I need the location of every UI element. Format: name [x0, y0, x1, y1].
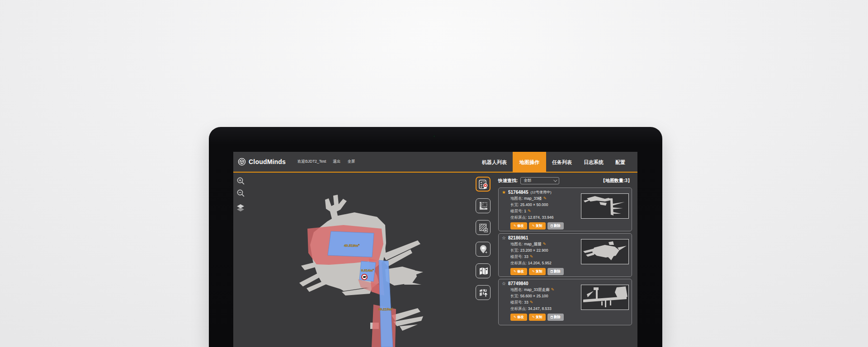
area-label-2: 8.614m² [361, 268, 374, 272]
map-card[interactable]: ☆87749840地图名: map_33层走廊✎长宽: 56.600 × 25.… [498, 279, 632, 325]
edit-button[interactable]: ✎修改 [510, 268, 527, 275]
delete-button[interactable]: 删除 [547, 314, 564, 321]
pencil-icon: ✎ [532, 270, 535, 273]
laptop-frame: CloudMinds 欢迎BJDT2_Test 退出 全屏 机器人列表地图操作任… [209, 127, 662, 347]
nav-tab-tasks[interactable]: 任务列表 [546, 152, 578, 173]
trash-icon [551, 270, 553, 273]
copy-button[interactable]: ✎复制 [529, 268, 546, 275]
nav-tab-logs[interactable]: 日志系统 [578, 152, 609, 173]
nav-tab-robots[interactable]: 机器人列表 [476, 152, 513, 173]
navbar: CloudMinds 欢迎BJDT2_Test 退出 全屏 机器人列表地图操作任… [233, 152, 637, 172]
brand: CloudMinds [233, 158, 286, 166]
trash-icon [551, 225, 553, 227]
delete-button[interactable]: 删除 [547, 222, 564, 230]
map-delete-icon[interactable] [476, 263, 491, 278]
map-thumbnail[interactable] [581, 193, 629, 219]
map-count: 【地图数量:3】 [601, 178, 632, 184]
pencil-icon[interactable]: ✎ [551, 287, 554, 292]
trash-icon [551, 316, 553, 319]
robot-marker-icon[interactable] [362, 274, 367, 280]
session-info: 欢迎BJDT2_Test 退出 全屏 [297, 159, 355, 164]
add-zone-hatched-icon[interactable] [476, 220, 491, 235]
nav-tab-config[interactable]: 配置 [609, 152, 631, 173]
map-list-panel: 快速查找: 全部 【地图数量:3】 ★51764845(12号使用中)地图名: … [498, 173, 632, 347]
measure-frame-icon[interactable] [476, 198, 491, 213]
map-thumbnail[interactable] [581, 239, 629, 264]
star-filled-icon[interactable]: ★ [502, 190, 506, 195]
map-canvas[interactable]: 40.519m² 8.614m² 80.215m² [233, 173, 476, 347]
brand-name: CloudMinds [249, 158, 286, 165]
pencil-icon[interactable]: ✎ [530, 300, 533, 305]
chevron-down-icon [554, 178, 557, 182]
in-use-badge: (12号使用中) [530, 190, 551, 195]
pencil-icon: ✎ [514, 315, 516, 319]
nav-menu: 机器人列表地图操作任务列表日志系统配置 [476, 152, 637, 173]
panel-header: 快速查找: 全部 【地图数量:3】 [498, 177, 632, 184]
edit-button[interactable]: ✎修改 [510, 222, 527, 230]
pencil-icon[interactable]: ✎ [543, 242, 547, 246]
app-screen: CloudMinds 欢迎BJDT2_Test 退出 全屏 机器人列表地图操作任… [233, 152, 637, 347]
star-outline-icon[interactable]: ☆ [502, 236, 506, 240]
welcome-text: 欢迎BJDT2_Test [297, 159, 326, 164]
pencil-icon: ✎ [514, 224, 516, 228]
fullscreen-link[interactable]: 全屏 [347, 159, 355, 164]
map-id: 51764845 [508, 190, 528, 195]
nav-tab-map[interactable]: 地图操作 [513, 152, 546, 173]
map-card-list: ★51764845(12号使用中)地图名: map_33楼✎长宽: 25.400… [498, 188, 632, 325]
map-toolbar [476, 177, 491, 300]
cloudminds-logo-icon [238, 158, 246, 166]
copy-button[interactable]: ✎复制 [529, 222, 546, 230]
logout-link[interactable]: 退出 [333, 159, 340, 164]
map-card[interactable]: ☆82186961地图名: map_腿腿✎长宽: 23.200 × 22.900… [498, 233, 632, 277]
delete-button[interactable]: 删除 [547, 268, 564, 275]
map-id: 87749840 [508, 281, 528, 286]
add-location-pin-icon[interactable] [476, 242, 491, 257]
area-label-3: 80.215m² [378, 307, 393, 311]
map-upload-icon[interactable] [476, 285, 491, 300]
pencil-icon[interactable]: ✎ [543, 196, 547, 201]
pencil-icon: ✎ [514, 270, 516, 273]
pencil-icon[interactable]: ✎ [528, 209, 531, 213]
map-card[interactable]: ★51764845(12号使用中)地图名: map_33楼✎长宽: 25.400… [498, 188, 632, 231]
pencil-icon[interactable]: ✎ [530, 254, 533, 259]
quick-find-label: 快速查找: [498, 178, 518, 184]
webcam-dot [433, 135, 435, 137]
map-filter-select[interactable]: 全部 [520, 177, 559, 184]
copy-button[interactable]: ✎复制 [529, 314, 546, 321]
filter-value: 全部 [524, 178, 531, 183]
pencil-icon: ✎ [532, 315, 535, 319]
map-thumbnail[interactable] [581, 285, 629, 310]
star-outline-icon[interactable]: ☆ [502, 281, 506, 286]
edit-button[interactable]: ✎修改 [510, 314, 527, 321]
pencil-icon: ✎ [532, 224, 535, 228]
page-background: CloudMinds 欢迎BJDT2_Test 退出 全屏 机器人列表地图操作任… [0, 0, 868, 347]
map-id: 82186961 [508, 235, 528, 240]
area-label-1: 40.519m² [344, 244, 360, 248]
survey-checklist-pin-icon[interactable] [476, 177, 491, 192]
content-area: 40.519m² 8.614m² 80.215m² [233, 173, 637, 347]
